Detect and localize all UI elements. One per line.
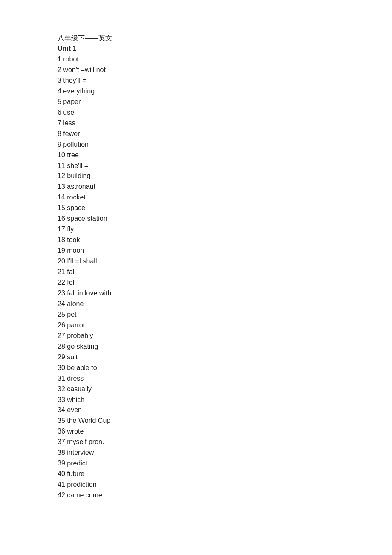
- list-item: 29 suit: [58, 352, 334, 363]
- list-item: 12 building: [58, 171, 334, 182]
- list-item: 20 I'll =I shall: [58, 256, 334, 267]
- list-item: 9 pollution: [58, 139, 334, 150]
- list-item: 2 won't =will not: [58, 65, 334, 75]
- page-title: 八年级下——英文: [58, 34, 334, 43]
- word-list: 1 robot2 won't =will not3 they'll =4 eve…: [58, 54, 334, 501]
- unit-heading: Unit 1: [58, 45, 334, 52]
- list-item: 42 came come: [58, 490, 334, 501]
- list-item: 6 use: [58, 107, 334, 118]
- list-item: 18 took: [58, 235, 334, 246]
- list-item: 31 dress: [58, 373, 334, 384]
- list-item: 39 predict: [58, 458, 334, 469]
- list-item: 22 fell: [58, 278, 334, 288]
- list-item: 3 they'll =: [58, 75, 334, 86]
- list-item: 27 probably: [58, 331, 334, 341]
- list-item: 37 myself pron.: [58, 437, 334, 448]
- list-item: 14 rocket: [58, 192, 334, 203]
- list-item: 25 pet: [58, 309, 334, 320]
- list-item: 5 paper: [58, 97, 334, 107]
- list-item: 38 interview: [58, 448, 334, 458]
- list-item: 17 fly: [58, 224, 334, 235]
- list-item: 26 parrot: [58, 320, 334, 331]
- list-item: 8 fewer: [58, 129, 334, 139]
- list-item: 36 wrote: [58, 426, 334, 437]
- list-item: 30 be able to: [58, 363, 334, 373]
- list-item: 40 future: [58, 469, 334, 480]
- list-item: 34 even: [58, 405, 334, 416]
- list-item: 23 fall in love with: [58, 288, 334, 299]
- list-item: 32 casually: [58, 384, 334, 395]
- list-item: 21 fall: [58, 267, 334, 278]
- list-item: 19 moon: [58, 246, 334, 256]
- list-item: 28 go skating: [58, 341, 334, 352]
- list-item: 1 robot: [58, 54, 334, 65]
- list-item: 16 space station: [58, 214, 334, 224]
- list-item: 10 tree: [58, 150, 334, 161]
- list-item: 11 she'll =: [58, 161, 334, 171]
- list-item: 4 everything: [58, 86, 334, 97]
- list-item: 7 less: [58, 118, 334, 129]
- list-item: 13 astronaut: [58, 182, 334, 192]
- list-item: 41 prediction: [58, 480, 334, 490]
- list-item: 24 alone: [58, 299, 334, 309]
- list-item: 35 the World Cup: [58, 416, 334, 426]
- list-item: 15 space: [58, 203, 334, 214]
- list-item: 33 which: [58, 395, 334, 405]
